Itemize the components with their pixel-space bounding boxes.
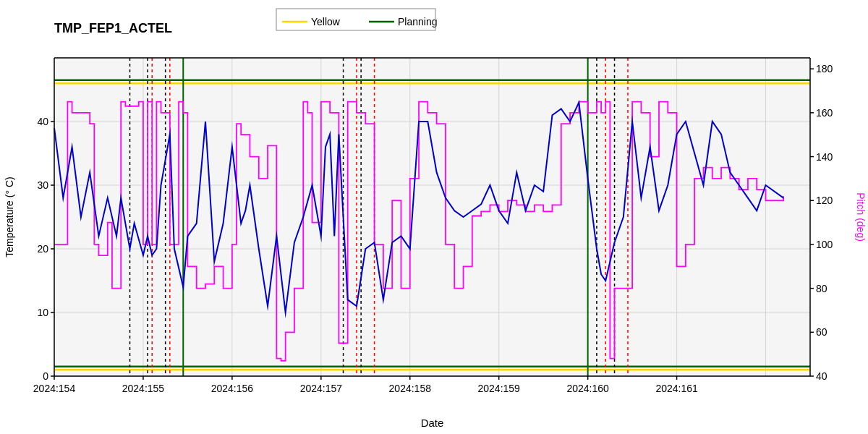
chart-container — [0, 0, 868, 434]
